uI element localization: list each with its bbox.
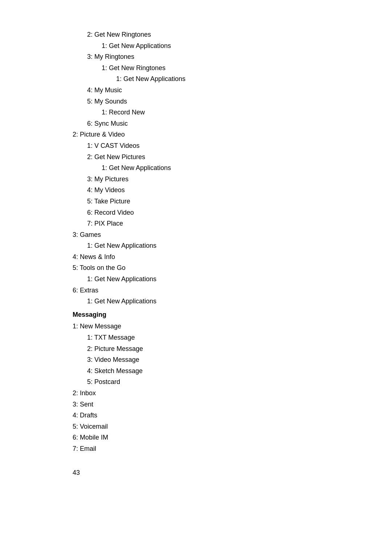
list-item: 4: Drafts [73,410,370,421]
list-item: 2: Inbox [73,388,370,399]
list-item: 5: Take Picture [73,196,370,207]
list-item: 4: My Music [73,85,370,96]
list-item: 1: Get New Applications [73,274,370,285]
list-item: 6: Mobile IM [73,432,370,443]
list-item: 2: Picture Message [73,343,370,355]
list-item: 5: Postcard [73,376,370,388]
list-item: 7: PIX Place [73,218,370,229]
list-item: 6: Record Video [73,207,370,218]
list-item: 1: Get New Applications [73,296,370,307]
list-item: 3: My Pictures [73,174,370,185]
list-item: 4: My Videos [73,185,370,196]
tools-section: 5: Tools on the Go 1: Get New Applicatio… [73,262,370,284]
list-item: 3: Sent [73,399,370,410]
list-item: 1: TXT Message [73,332,370,343]
list-item: 1: V CAST Videos [73,140,370,151]
list-item: 1: New Message [73,321,370,332]
ringtones-section: 2: Get New Ringtones 1: Get New Applicat… [73,29,370,129]
list-item: 4: News & Info [73,251,370,263]
list-item: 4: Sketch Message [73,365,370,377]
list-item: 5: Voicemail [73,421,370,432]
list-item: 3: My Ringtones [73,51,370,62]
section-heading: Messaging [73,309,370,320]
list-item: 5: My Sounds [73,96,370,107]
list-item: 1: Get New Applications [73,162,370,174]
list-item: 5: Tools on the Go [73,262,370,274]
list-item: 1: Get New Ringtones [73,62,370,74]
list-item: 1: Get New Applications [73,40,370,52]
list-item: 6: Extras [73,285,370,296]
page-number: 43 [73,469,370,477]
page-content: 2: Get New Ringtones 1: Get New Applicat… [73,29,370,477]
list-item: 2: Get New Ringtones [73,29,370,40]
list-item: 1: Get New Applications [73,240,370,251]
list-item: 3: Video Message [73,354,370,365]
list-item: 3: Games [73,229,370,240]
extras-section: 6: Extras 1: Get New Applications [73,285,370,307]
games-section: 3: Games 1: Get New Applications [73,229,370,251]
list-item: 7: Email [73,443,370,454]
list-item: 1: Get New Applications [73,73,370,85]
picture-video-section: 2: Picture & Video 1: V CAST Videos 2: G… [73,129,370,229]
messaging-section: Messaging 1: New Message 1: TXT Message … [73,309,370,454]
list-item: 6: Sync Music [73,118,370,129]
list-item: 1: Record New [73,107,370,118]
list-item: 2: Get New Pictures [73,151,370,163]
list-item: 2: Picture & Video [73,129,370,140]
news-section: 4: News & Info [73,251,370,263]
